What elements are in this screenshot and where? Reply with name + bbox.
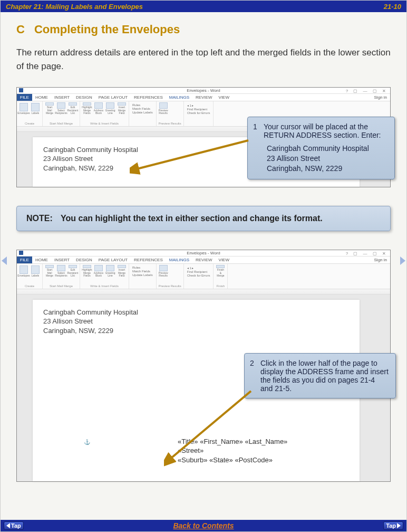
note-box: NOTE: You can highlight the text in eith…	[16, 206, 391, 231]
edit-recipient-list-button: Edit Recipient List	[68, 102, 77, 115]
chevron-right-icon	[397, 523, 401, 528]
address-block-button: Address Block	[94, 102, 103, 115]
chevron-left-icon	[6, 523, 10, 528]
start-mail-merge-button: Start Mail Merge	[45, 265, 54, 278]
section-heading: CCompleting the Envelopes	[16, 23, 391, 36]
check-errors-button: Check for Errors	[187, 111, 210, 115]
insert-merge-field-button: Insert Merge Field	[117, 265, 127, 278]
callout-1: 1 Your cursor will be placed at the RETU…	[247, 117, 395, 179]
word-tabs: FILE HOME INSERT DESIGN PAGE LAYOUT REFE…	[17, 94, 390, 101]
rules-button: Rules	[132, 103, 153, 107]
merge-line3: «Suburb» «State» «PostCode»	[178, 455, 287, 465]
start-mail-merge-button: Start Mail Merge	[45, 102, 54, 115]
window-controls: ? ▢ — ▢ ✕	[346, 88, 388, 94]
tab-mailings: MAILINGS	[166, 94, 192, 101]
word-app-icon	[19, 88, 23, 92]
find-recipient-button: Find Recipient	[187, 108, 210, 111]
select-recipients-button: Select Recipients	[56, 102, 66, 115]
group-create: Create	[19, 122, 40, 125]
page-number: 21-10	[384, 3, 401, 11]
tab-file: FILE	[17, 94, 32, 101]
highlight-merge-fields-button: Highlight Merge Fields	[82, 265, 92, 278]
document-header: Chapter 21: Mailing Labels and Envelopes…	[1, 1, 406, 12]
tab-page-layout: PAGE LAYOUT	[95, 94, 131, 101]
merge-line1: «Title» «First_Name» «Last_Name»	[178, 437, 287, 446]
labels-button: Labels	[31, 265, 40, 278]
callout-2-number: 2	[250, 359, 254, 367]
word-window-title: Envelopes - Word	[187, 251, 220, 255]
tab-home: HOME	[32, 94, 51, 101]
callout-2: 2 Click in the lower half of the page to…	[244, 353, 396, 398]
return-address: Caringbah Community Hospital 23 Allison …	[43, 308, 349, 336]
record-nav: ◂ 1 ▸	[187, 103, 210, 107]
tab-review: REVIEW	[192, 94, 216, 101]
insert-merge-field-button: Insert Merge Field	[117, 102, 127, 115]
callout-2-text: Click in the lower half of the page to d…	[260, 359, 389, 393]
address-block-button: Address Block	[94, 265, 103, 278]
update-labels-button: Update Labels	[132, 111, 153, 114]
window-controls: ? ▢ — ▢ ✕	[346, 251, 388, 257]
page-nav-arrows	[1, 256, 406, 265]
labels-button: Labels	[31, 102, 40, 115]
tab-references: REFERENCES	[131, 94, 166, 101]
callout-1-sub3: Caringbah, NSW, 2229	[267, 164, 388, 174]
select-recipients-button: Select Recipients	[56, 265, 66, 278]
tap-next-button[interactable]: Tap	[383, 521, 403, 530]
tab-view: VIEW	[216, 94, 232, 101]
callout-1-number: 1	[253, 122, 257, 131]
merge-fields-block: ⚓ «Title» «First_Name» «Last_Name» «Stre…	[178, 437, 287, 465]
page-next-icon[interactable]	[400, 256, 405, 265]
note-text: You can highlight the text in either sec…	[61, 214, 323, 223]
edit-recipient-list-button: Edit Recipient List	[68, 265, 77, 278]
anchor-icon: ⚓	[84, 439, 90, 446]
tab-design: DESIGN	[73, 94, 95, 101]
group-write-insert: Write & Insert Fields	[82, 122, 127, 125]
greeting-line-button: Greeting Line	[105, 265, 115, 278]
sign-in-link: Sign in	[371, 94, 390, 101]
greeting-line-button: Greeting Line	[105, 102, 115, 115]
envelopes-button: Envelopes	[19, 102, 28, 115]
merge-line2: «Street»	[178, 446, 287, 455]
finish-merge-button: Finish & Merge	[216, 265, 225, 278]
word-app-icon	[19, 251, 23, 255]
group-start-mail-merge: Start Mail Merge	[45, 122, 77, 125]
envelopes-button: Envelopes	[19, 265, 28, 278]
page-prev-icon[interactable]	[2, 256, 7, 265]
tab-insert: INSERT	[51, 94, 73, 101]
callout-1-sub1: Caringbah Community Hospital	[267, 144, 388, 154]
word-titlebar: Envelopes - Word ? ▢ — ▢ ✕	[17, 250, 390, 256]
highlight-merge-fields-button: Highlight Merge Fields	[82, 102, 92, 115]
group-preview: Preview Results	[159, 122, 181, 125]
note-label: NOTE:	[26, 214, 61, 223]
preview-results-button: Preview Results	[159, 102, 168, 115]
section-letter: C	[16, 23, 25, 36]
callout-1-sub2: 23 Allison Street	[267, 154, 388, 164]
chapter-title: Chapter 21: Mailing Labels and Envelopes	[6, 3, 143, 11]
back-to-contents-link[interactable]: Back to Contents	[173, 521, 234, 530]
section-title: Completing the Envelopes	[34, 23, 180, 36]
horizontal-ruler	[17, 289, 390, 294]
tap-prev-button[interactable]: Tap	[4, 521, 24, 530]
intro-paragraph: The return address details are entered i…	[16, 46, 391, 74]
callout-1-text: Your cursor will be placed at the RETURN…	[264, 122, 388, 139]
match-fields-button: Match Fields	[132, 107, 153, 110]
word-window-title: Envelopes - Word	[187, 88, 220, 93]
word-titlebar: Envelopes - Word ? ▢ — ▢ ✕	[17, 88, 390, 94]
document-footer: Tap Back to Contents Tap	[1, 520, 406, 531]
ribbon: Envelopes Labels Create Start Mail Merge…	[17, 264, 390, 289]
